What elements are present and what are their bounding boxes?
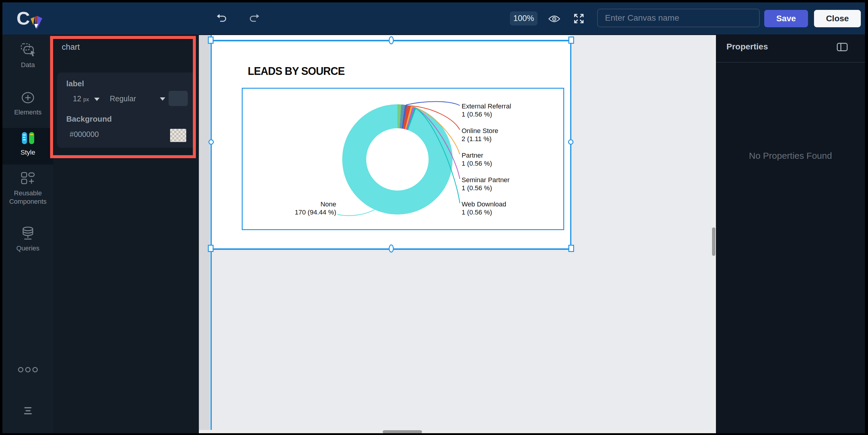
chart-widget[interactable]: LEADS BY SOURCE External Referral1 (0.56…: [212, 35, 570, 249]
chevron-down-icon: [94, 98, 100, 101]
properties-empty-message: No Properties Found: [716, 151, 865, 161]
selection-right-edge[interactable]: [570, 40, 571, 250]
canvas-left-gutter: [199, 35, 210, 430]
save-button[interactable]: Save: [764, 10, 808, 27]
zoom-level-badge[interactable]: 100%: [510, 11, 537, 26]
component-name-label: chart: [62, 42, 80, 52]
callout-none: None170 (94.44 %): [276, 200, 336, 216]
reusable-components-icon: [21, 172, 35, 186]
sidebar-item-label: Queries: [2, 244, 53, 252]
top-bar: C 100%: [2, 2, 865, 34]
resize-handle-bottom-center[interactable]: [389, 244, 394, 253]
resize-handle-top-right[interactable]: [568, 37, 574, 44]
resize-handle-top-center[interactable]: [389, 36, 394, 44]
sidebar-item-label: Data: [2, 61, 53, 69]
canvas-name-input[interactable]: [597, 9, 760, 27]
queries-icon: [21, 226, 34, 241]
sidebar-item-reusable-components[interactable]: Reusable Components: [2, 172, 53, 213]
vertical-scrollbar-thumb[interactable]: [712, 227, 715, 256]
close-button[interactable]: Close: [814, 10, 861, 27]
background-section-title: Background: [66, 114, 112, 124]
main-area: Data Elements Style: [2, 34, 865, 433]
sidebar-item-label: Style: [2, 148, 53, 156]
sidebar-item-elements[interactable]: Elements: [2, 91, 53, 127]
resize-handle-bottom-left[interactable]: [208, 245, 214, 252]
callout-web-download: Web Download1 (0.56 %): [462, 200, 506, 216]
chart-widget-title: LEADS BY SOURCE: [248, 65, 345, 77]
left-sidebar: Data Elements Style: [2, 34, 53, 433]
canvas-viewport[interactable]: LEADS BY SOURCE External Referral1 (0.56…: [199, 34, 716, 433]
callout-partner: Partner1 (0.56 %): [462, 151, 492, 167]
undo-icon[interactable]: [216, 13, 227, 24]
horizontal-scrollbar-thumb[interactable]: [383, 430, 422, 433]
style-settings-panel: chart label 12 px Regular Background #00…: [53, 34, 199, 433]
leader-line-none: [337, 210, 375, 216]
app-window: C 100%: [2, 2, 865, 433]
background-color-swatch[interactable]: [170, 129, 186, 142]
callout-seminar-partner: Seminar Partner1 (0.56 %): [462, 176, 509, 192]
properties-divider: [716, 62, 865, 63]
fullscreen-icon[interactable]: [574, 13, 584, 24]
sidebar-item-style[interactable]: Style: [2, 128, 53, 165]
chevron-down-icon: [160, 97, 165, 101]
logo-letter: C: [17, 8, 30, 29]
resize-handle-middle-right[interactable]: [568, 139, 574, 145]
panel-toggle-icon[interactable]: [837, 43, 847, 51]
style-icon: [22, 132, 34, 144]
label-color-swatch[interactable]: [168, 91, 188, 106]
leader-line-seminar-partner: [414, 107, 460, 179]
callout-online-store: Online Store2 (1.11 %): [462, 127, 498, 143]
data-icon: [21, 43, 35, 58]
leader-line-external-referral: [406, 102, 460, 105]
collapse-menu-icon[interactable]: [2, 405, 53, 416]
more-options-icon[interactable]: [2, 367, 53, 374]
preview-eye-icon[interactable]: [548, 14, 560, 23]
properties-panel-title: Properties: [726, 42, 768, 52]
resize-handle-bottom-right[interactable]: [568, 245, 574, 252]
horizontal-scrollbar-track[interactable]: [199, 430, 716, 433]
leader-line-partner: [412, 107, 460, 154]
donut-chart-container[interactable]: External Referral1 (0.56 %) Online Store…: [242, 88, 564, 230]
font-weight-dropdown[interactable]: Regular: [110, 94, 165, 103]
sidebar-item-label: Reusable Components: [2, 189, 53, 206]
label-style-card: label 12 px Regular Background #000000: [57, 72, 196, 148]
callout-external-referral: External Referral1 (0.56 %): [462, 102, 511, 118]
label-section-title: label: [66, 79, 84, 88]
sidebar-item-data[interactable]: Data: [2, 43, 53, 78]
sidebar-item-label: Elements: [2, 108, 53, 116]
canvas-logo: C: [17, 8, 50, 30]
redo-icon[interactable]: [249, 13, 260, 24]
logo-check-icon: [30, 15, 43, 30]
sidebar-item-queries[interactable]: Queries: [2, 226, 53, 262]
resize-handle-middle-left[interactable]: [209, 139, 214, 145]
background-color-value[interactable]: #000000: [70, 130, 99, 139]
properties-panel: Properties No Properties Found: [716, 34, 865, 433]
elements-icon: [21, 91, 35, 105]
font-size-dropdown[interactable]: 12 px: [73, 94, 100, 103]
resize-handle-top-left[interactable]: [208, 37, 214, 44]
